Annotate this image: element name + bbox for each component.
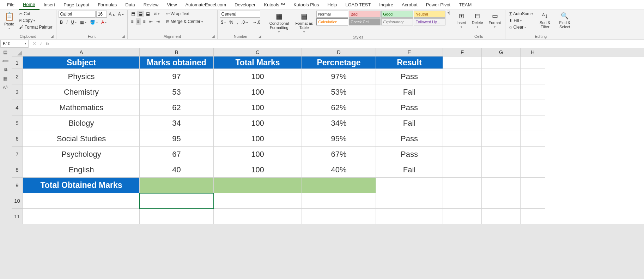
cell-b10[interactable] [140,193,214,209]
cell-f10[interactable] [443,193,482,209]
fx-icon[interactable]: fx [46,41,49,46]
insert-cells-button[interactable]: ⊞Insert▾ [454,11,468,30]
align-left-button[interactable]: ≡ [130,18,135,25]
cell-b5[interactable]: 34 [140,115,214,131]
cell-b11[interactable] [140,209,214,224]
fill-color-button[interactable]: 🪣▾ [89,19,99,25]
clear-button[interactable]: ◇Clear▾ [508,24,534,30]
row-header-10[interactable]: 10 [12,193,23,209]
cell-g4[interactable] [482,100,521,115]
tab-insert[interactable]: Insert [40,0,60,10]
cell-f9[interactable] [443,178,482,193]
number-format-combo[interactable] [220,11,260,18]
cell-g1[interactable] [482,57,521,69]
tab-page-layout[interactable]: Page Layout [59,0,93,10]
tab-kutools-plus[interactable]: Kutools Plus [289,0,323,10]
row-header-1[interactable]: 1 [12,57,23,69]
cell-b3[interactable]: 53 [140,84,214,100]
col-header-e[interactable]: E [376,48,443,56]
tab-team[interactable]: TEAM [455,0,476,10]
font-size-combo[interactable] [96,11,107,18]
row-header-3[interactable]: 3 [12,84,23,100]
cell-d7[interactable]: 67% [302,147,376,162]
cell-a8[interactable]: English [23,162,140,178]
sort-filter-button[interactable]: ᴬ↓Sort & Filter [536,11,554,30]
cell-g7[interactable] [482,147,521,162]
tab-inquire[interactable]: Inquire [375,0,397,10]
align-bottom-button[interactable]: ⬓ [145,11,151,17]
cell-f4[interactable] [443,100,482,115]
cell-e5[interactable]: Fail [376,115,443,131]
enter-formula-icon[interactable]: ✓ [39,41,43,46]
cell-a10[interactable] [23,193,140,209]
cell-h3[interactable] [521,84,545,100]
style-neutral[interactable]: Neutral [414,11,445,18]
cell-h8[interactable] [521,162,545,178]
comma-button[interactable]: , [235,19,239,25]
tab-developer[interactable]: Developer [230,0,260,10]
cell-b6[interactable]: 95 [140,131,214,147]
cell-a11[interactable] [23,209,140,224]
cell-d3[interactable]: 53% [302,84,376,100]
cell-b1[interactable]: Marks obtained [140,57,214,69]
cell-a2[interactable]: Physics [23,69,140,84]
side-icon[interactable]: ▦ [3,76,7,81]
formula-input[interactable] [53,40,644,48]
dialog-launcher-icon[interactable]: ◢ [212,34,216,38]
cell-h7[interactable] [521,147,545,162]
cell-f7[interactable] [443,147,482,162]
cell-c7[interactable]: 100 [214,147,302,162]
cell-c9[interactable] [214,178,302,193]
tab-home[interactable]: Home [19,0,40,10]
cell-e10[interactable] [376,193,443,209]
tab-data[interactable]: Data [121,0,139,10]
style-bad[interactable]: Bad [349,11,381,18]
cell-g2[interactable] [482,69,521,84]
tab-file[interactable]: File [3,0,19,10]
select-all-corner[interactable] [12,48,23,57]
cell-h10[interactable] [521,193,545,209]
dialog-launcher-icon[interactable]: ◢ [122,34,126,38]
cell-c10[interactable] [214,193,302,209]
increase-font-button[interactable]: A▴ [108,11,116,17]
cell-c2[interactable]: 100 [214,69,302,84]
cell-d6[interactable]: 95% [302,131,376,147]
increase-decimal-button[interactable]: .0→ [240,19,250,25]
align-top-button[interactable]: ⬒ [130,11,136,17]
align-right-button[interactable]: ≡ [142,18,147,25]
cell-d5[interactable]: 34% [302,115,376,131]
underline-button[interactable]: U▾ [70,19,78,25]
side-icon[interactable]: 🖶 [3,67,8,72]
cell-f6[interactable] [443,131,482,147]
col-header-b[interactable]: B [140,48,214,56]
cell-g8[interactable] [482,162,521,178]
cell-g3[interactable] [482,84,521,100]
cell-f11[interactable] [443,209,482,224]
tab-load-test[interactable]: LOAD TEST [341,0,375,10]
cut-button[interactable]: ✂Cut [18,11,54,17]
cell-e2[interactable]: Pass [376,69,443,84]
row-header-5[interactable]: 5 [12,115,23,131]
cell-d4[interactable]: 62% [302,100,376,115]
format-cells-button[interactable]: ▭Format▾ [487,11,503,30]
cell-a7[interactable]: Psychology [23,147,140,162]
tab-formulas[interactable]: Formulas [93,0,121,10]
cell-b4[interactable]: 62 [140,100,214,115]
name-box[interactable]: B10▾ [0,40,29,48]
align-middle-button[interactable]: ⬓ [137,11,144,17]
paste-button[interactable]: 📋 Paste ▾ [2,11,16,31]
cell-d2[interactable]: 97% [302,69,376,84]
format-painter-button[interactable]: 🖌Format Painter [18,24,54,30]
bold-button[interactable]: B [59,19,65,25]
font-color-button[interactable]: A▾ [100,19,108,25]
cell-e7[interactable]: Pass [376,147,443,162]
delete-cells-button[interactable]: ⊟Delete▾ [470,11,485,30]
cell-e3[interactable]: Fail [376,84,443,100]
cell-g11[interactable] [482,209,521,224]
cell-f2[interactable] [443,69,482,84]
dialog-launcher-icon[interactable]: ◢ [51,34,55,38]
cell-f1[interactable] [443,57,482,69]
col-header-d[interactable]: D [302,48,376,56]
style-explanatory[interactable]: Explanatory ... [381,18,413,25]
cell-e11[interactable] [376,209,443,224]
